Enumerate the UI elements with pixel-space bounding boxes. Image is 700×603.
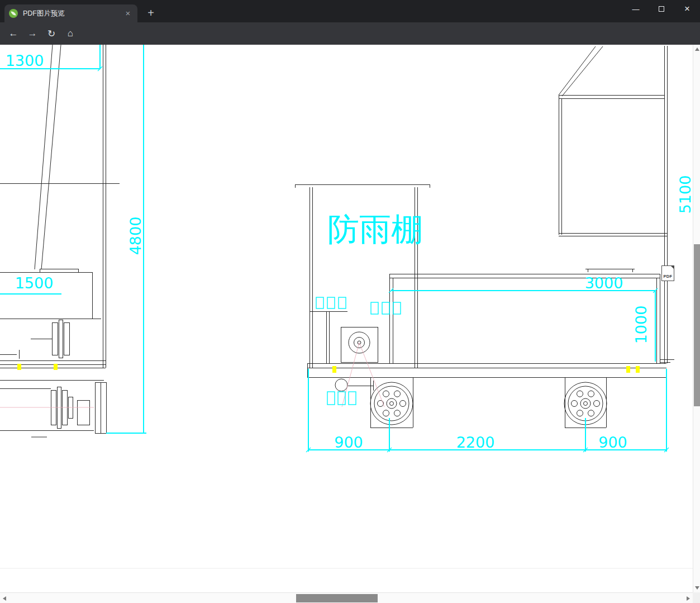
scroll-down-icon[interactable] xyxy=(695,586,699,590)
front-wheel xyxy=(370,382,413,425)
back-button[interactable]: ← xyxy=(4,25,22,42)
vertical-scrollbar[interactable] xyxy=(693,45,700,592)
rear-elevation-view xyxy=(559,46,674,363)
dim-1000: 1000 xyxy=(632,306,650,344)
dim-2200: 2200 xyxy=(456,434,495,451)
window-controls: — × xyxy=(623,0,700,18)
tab-close-icon[interactable]: × xyxy=(123,8,133,18)
minimize-button[interactable]: — xyxy=(623,0,649,18)
motor-detail xyxy=(335,332,370,391)
tab-title: PDF图片预览 xyxy=(23,9,123,18)
page-content: 1300 4800 1500 5100 3000 1000 900 2200 9… xyxy=(0,45,700,603)
horizontal-scrollbar[interactable] xyxy=(0,592,693,603)
dim-3000: 3000 xyxy=(585,274,623,292)
left-elevation-view xyxy=(0,45,120,437)
scrollbar-corner xyxy=(693,592,700,603)
home-button[interactable]: ⌂ xyxy=(61,25,79,42)
tab-strip: PDF图片预览 × + — × xyxy=(0,0,700,22)
spring-leaf-favicon xyxy=(9,9,18,18)
scroll-right-icon[interactable] xyxy=(687,596,690,601)
browser-toolbar: ← → ↻ ⌂ i localhost:8012/onlinePreview?u… xyxy=(0,22,700,45)
horizontal-scrollbar-thumb[interactable] xyxy=(296,594,378,602)
new-tab-button[interactable]: + xyxy=(143,6,159,21)
scroll-up-icon[interactable] xyxy=(695,48,699,51)
forward-button[interactable]: → xyxy=(23,25,41,42)
pdf-file-icon[interactable]: PDF xyxy=(661,265,674,281)
dim-1300: 1300 xyxy=(6,52,44,69)
rain-shelter-label: 防雨棚 xyxy=(327,211,423,248)
reload-button[interactable]: ↻ xyxy=(42,25,60,42)
pdf-badge-label: PDF xyxy=(664,274,673,279)
close-button[interactable]: × xyxy=(674,0,700,18)
dim-4800: 4800 xyxy=(127,217,144,255)
tab-pdf-preview[interactable]: PDF图片预览 × xyxy=(4,4,137,22)
dimension-lines xyxy=(0,45,666,452)
vertical-scrollbar-thumb[interactable] xyxy=(694,244,700,406)
dim-1500: 1500 xyxy=(15,274,54,292)
maximize-button[interactable] xyxy=(649,0,674,18)
page-fold-icon xyxy=(670,265,674,269)
dim-900-left: 900 xyxy=(334,434,363,451)
dim-5100: 5100 xyxy=(677,175,693,214)
yellow-tick-marks xyxy=(17,364,640,373)
browser-window: PDF图片预览 × + — × ← → ↻ ⌂ i localhost:8012… xyxy=(0,0,700,603)
cad-drawing: 1300 4800 1500 5100 3000 1000 900 2200 9… xyxy=(0,45,693,592)
maximize-icon xyxy=(659,6,664,12)
scroll-left-icon[interactable] xyxy=(3,596,6,601)
dim-900-right: 900 xyxy=(598,434,627,451)
